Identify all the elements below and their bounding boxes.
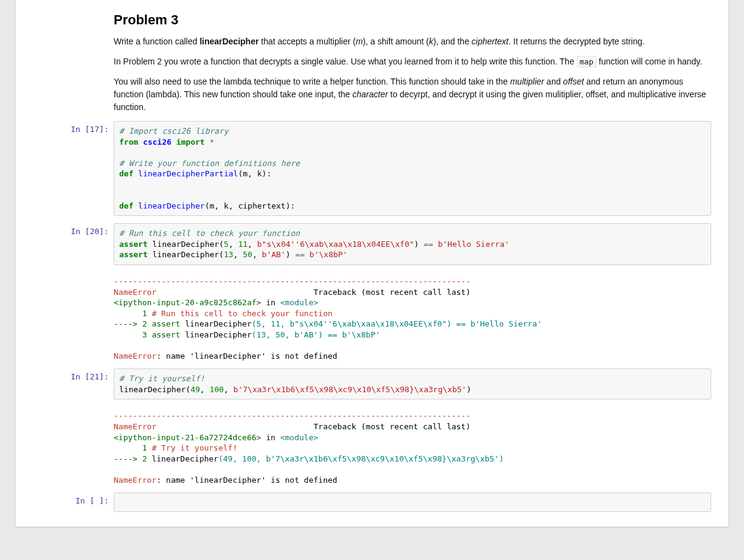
eq: == [456, 319, 466, 328]
arg: 49 [223, 454, 233, 463]
trace-label: Traceback (most recent call last) [156, 288, 470, 297]
paren: ( [218, 454, 223, 463]
sp [466, 319, 470, 328]
bytes: b'Hello Sierra' [438, 240, 509, 249]
close: ) [499, 454, 504, 463]
sep: , [224, 385, 233, 394]
problem-description-3: You will also need to use the lambda tec… [114, 75, 711, 114]
comment: # Write your function definitions here [119, 159, 300, 168]
sp [305, 250, 309, 259]
paren: ( [252, 319, 257, 328]
arg: b'7\xa3r\x1b6\xf5\x98\xc9\x10\xf5\x98}\x… [266, 454, 499, 463]
ipython-loc: <ipython-input-21-6a72724dce66> [114, 433, 261, 442]
call: linearDecipher [152, 454, 219, 463]
comment: # Import csci26 library [119, 126, 229, 136]
sep: , [252, 250, 262, 259]
kw-assert: assert [152, 319, 181, 328]
notebook-page: Problem 3 Write a function called linear… [16, 0, 728, 527]
arg: 50 [275, 330, 285, 339]
bytes: b'\x8bP' [309, 250, 348, 259]
dash-line: ----------------------------------------… [114, 277, 470, 286]
arg: 100 [242, 454, 256, 463]
text: You will also need to use the lambda tec… [114, 77, 510, 86]
arg: b"s\x04''6\xab\xaa\x18\x04EE\xf0" [290, 319, 447, 328]
problem-description-1: Write a function called linearDecipher t… [114, 35, 711, 48]
dash-line: ----------------------------------------… [114, 411, 470, 420]
paren: ( [252, 330, 257, 339]
params: (m, k, ciphertext): [205, 201, 295, 210]
func-name: linearDecipher [138, 201, 205, 210]
var-character: character [353, 89, 388, 99]
num: 5 [224, 240, 229, 249]
code-input[interactable]: # Import csci26 library from csci26 impo… [114, 121, 711, 216]
error-msg: : name 'linearDecipher' is not defined [156, 475, 337, 485]
code-cell-empty: In [ ]: [26, 493, 718, 512]
num: 13 [224, 250, 233, 259]
arg: 13 [257, 330, 266, 339]
error-name: NameError [114, 475, 156, 485]
text: and [544, 77, 563, 86]
bytes: b'AB' [262, 250, 286, 259]
op-eq: == [424, 240, 433, 249]
input-prompt: In [ ]: [26, 493, 114, 505]
error-name: NameError [114, 351, 156, 361]
arrow: ----> [114, 319, 142, 328]
op-eq: == [295, 250, 305, 259]
sep: , [200, 385, 210, 394]
kw-assert: assert [119, 250, 148, 259]
text: Write a function called [114, 36, 199, 46]
rhs: b'Hello Sierra' [470, 319, 542, 328]
rhs: b'\x8bP' [342, 330, 381, 339]
sep: , [233, 454, 243, 463]
num: 49 [190, 385, 200, 394]
code-input[interactable] [114, 493, 711, 512]
input-prompt: In [21]: [26, 368, 114, 381]
line-no: 1 [114, 443, 152, 452]
code-input[interactable]: # Try it yourself! linearDecipher(49, 10… [114, 368, 711, 399]
comment: # Try it yourself! [119, 374, 205, 383]
input-prompt: In [20]: [26, 223, 114, 236]
call: linearDecipher( [153, 240, 224, 249]
kw-def: def [119, 201, 133, 210]
code-input[interactable]: # Run this cell to check your function a… [114, 223, 711, 265]
ipython-loc: <ipython-input-20-a9c825c862af> [114, 298, 261, 307]
code-cell-21: In [21]: # Try it yourself! linearDeciph… [26, 368, 718, 399]
in-word: in [261, 298, 280, 307]
kw-assert: assert [119, 240, 148, 249]
text: ), and the [433, 36, 472, 46]
call: linearDecipher [181, 330, 252, 339]
sep: , [257, 454, 266, 463]
text: that accepts a multiplier ( [259, 36, 356, 46]
op-star: * [210, 137, 215, 147]
markdown-cell: Problem 3 Write a function called linear… [114, 0, 711, 114]
close: ) [466, 385, 471, 394]
input-prompt: In [17]: [26, 121, 114, 134]
module-tag: <module> [280, 298, 319, 307]
func-name: linearDecipher [199, 36, 258, 46]
sep: , [280, 319, 290, 328]
comment: # Run this cell to check your function [119, 229, 300, 238]
code-cell-20: In [20]: # Run this cell to check your f… [26, 223, 718, 265]
var-k: k [429, 36, 433, 46]
trace-label: Traceback (most recent call last) [156, 422, 470, 431]
arg: 11 [270, 319, 280, 328]
text: In Problem 2 you wrote a function that d… [114, 57, 577, 66]
in-word: in [261, 433, 280, 442]
error-name: NameError [114, 422, 156, 431]
sep: , [261, 319, 271, 328]
close: ) [319, 330, 328, 339]
params: (m, k): [238, 169, 272, 178]
output-cell-21: ----------------------------------------… [26, 407, 718, 485]
sep: , [266, 330, 275, 339]
sep: , [247, 240, 257, 249]
kw-import: import [176, 137, 205, 147]
error-msg: : name 'linearDecipher' is not defined [156, 351, 337, 361]
num: 50 [243, 250, 253, 259]
arg: 5 [257, 319, 261, 328]
comment-line: # Run this cell to check your function [152, 309, 332, 318]
line-no: 1 [114, 309, 152, 318]
var-offset: offset [563, 77, 584, 86]
line-no: 2 [142, 454, 152, 463]
num: 100 [210, 385, 224, 394]
sep: , [285, 330, 295, 339]
